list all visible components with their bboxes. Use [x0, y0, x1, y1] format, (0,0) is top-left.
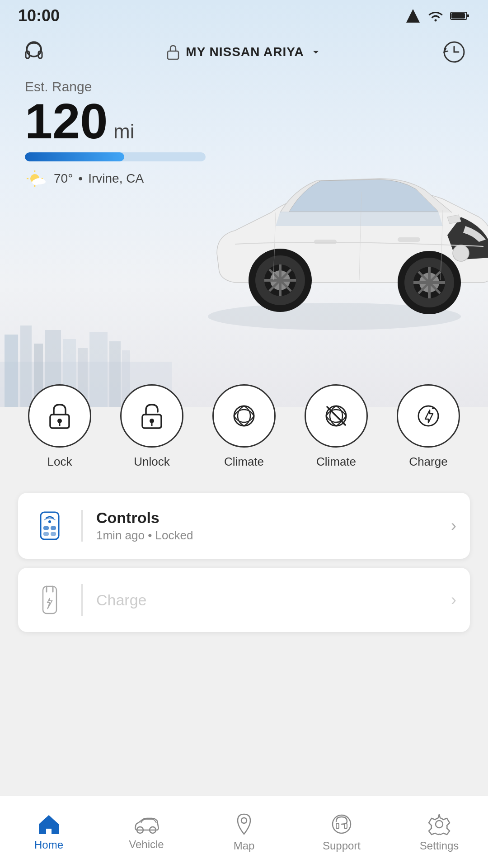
- nav-settings-label: Settings: [420, 840, 459, 852]
- svg-rect-15: [451, 13, 465, 19]
- nav-home-label: Home: [34, 839, 63, 851]
- lock-circle[interactable]: [28, 384, 91, 448]
- svg-point-53: [150, 419, 154, 423]
- weather-location: Irvine, CA: [88, 171, 144, 186]
- range-bar-fill: [25, 152, 124, 161]
- unlock-label: Unlock: [134, 455, 169, 469]
- vehicle-name-text: MY NISSAN ARIYA: [186, 45, 304, 59]
- battery-icon: [450, 9, 470, 22]
- lock-button[interactable]: Lock: [28, 384, 91, 469]
- svg-rect-63: [43, 532, 49, 536]
- nav-map[interactable]: Map: [195, 812, 293, 852]
- quick-actions: Lock Unlock Climate: [0, 366, 488, 487]
- weather-separator: •: [78, 171, 83, 186]
- bottom-nav: Home Vehicle Map Support Setting: [0, 796, 488, 868]
- header: MY NISSAN ARIYA: [0, 32, 488, 72]
- range-section: Est. Range 120 mi 70° • Irvine, CA: [25, 79, 206, 188]
- lock-label: Lock: [47, 455, 72, 469]
- charge-card-icon: [32, 585, 68, 614]
- climate-on-button[interactable]: Climate: [212, 384, 276, 469]
- svg-marker-11: [406, 9, 420, 23]
- nav-settings[interactable]: Settings: [390, 812, 488, 852]
- car-image: [190, 81, 488, 335]
- nav-support[interactable]: Support: [293, 812, 390, 852]
- controls-card-chevron[interactable]: ›: [451, 516, 456, 535]
- svg-rect-61: [43, 526, 49, 530]
- climate-on-label: Climate: [224, 455, 264, 469]
- wifi-icon: [427, 8, 445, 24]
- charge-circle[interactable]: [397, 384, 460, 448]
- history-button[interactable]: [438, 36, 470, 68]
- svg-point-70: [241, 818, 247, 823]
- charge-card-title: Charge: [96, 591, 437, 609]
- climate-on-circle[interactable]: [212, 384, 276, 448]
- charge-action-label: Charge: [409, 455, 447, 469]
- cards-section: Controls 1min ago • Locked › Charge ›: [0, 493, 488, 632]
- svg-point-28: [38, 179, 46, 184]
- svg-rect-48: [398, 237, 420, 242]
- svg-point-74: [436, 821, 443, 828]
- controls-card[interactable]: Controls 1min ago • Locked ›: [18, 493, 470, 559]
- est-range-label: Est. Range: [25, 79, 206, 94]
- nav-support-label: Support: [323, 840, 361, 852]
- unlock-circle[interactable]: [120, 384, 183, 448]
- svg-point-30: [453, 245, 469, 261]
- range-unit: mi: [113, 120, 134, 142]
- weather-icon: [25, 170, 48, 188]
- svg-point-12: [435, 19, 437, 22]
- controls-card-title: Controls: [96, 509, 437, 527]
- climate-off-circle[interactable]: [305, 384, 368, 448]
- charge-action-button[interactable]: Charge: [397, 384, 460, 469]
- nav-vehicle-label: Vehicle: [129, 838, 164, 851]
- climate-off-button[interactable]: Climate: [305, 384, 368, 469]
- svg-point-50: [57, 419, 62, 423]
- charge-card[interactable]: Charge ›: [18, 568, 470, 632]
- svg-point-60: [48, 520, 51, 523]
- svg-rect-19: [168, 51, 178, 59]
- range-bar: [25, 152, 206, 161]
- nav-home[interactable]: Home: [0, 813, 98, 851]
- svg-rect-47: [314, 240, 337, 244]
- charge-card-chevron[interactable]: ›: [451, 590, 456, 609]
- status-icons: [405, 8, 470, 24]
- charge-card-content: Charge: [96, 591, 437, 609]
- range-value: 120: [25, 96, 108, 146]
- support-icon-header[interactable]: [18, 36, 50, 68]
- controls-icon: [32, 510, 68, 542]
- svg-point-55: [234, 406, 254, 426]
- svg-rect-72: [336, 823, 339, 829]
- weather-temp: 70°: [54, 171, 73, 186]
- charge-card-divider: [81, 584, 83, 616]
- unlock-button[interactable]: Unlock: [120, 384, 183, 469]
- controls-card-divider: [81, 510, 83, 542]
- svg-rect-64: [51, 532, 56, 536]
- controls-card-subtitle: 1min ago • Locked: [96, 528, 437, 542]
- svg-rect-62: [51, 526, 56, 530]
- weather-info: 70° • Irvine, CA: [25, 170, 206, 188]
- signal-icon: [405, 8, 421, 24]
- vehicle-selector[interactable]: MY NISSAN ARIYA: [166, 44, 322, 60]
- climate-off-label: Climate: [316, 455, 356, 469]
- controls-card-content: Controls 1min ago • Locked: [96, 509, 437, 542]
- nav-map-label: Map: [234, 840, 255, 852]
- nav-vehicle[interactable]: Vehicle: [98, 814, 195, 851]
- svg-rect-14: [467, 14, 469, 17]
- status-bar: 10:00: [0, 0, 488, 32]
- status-time: 10:00: [18, 6, 60, 25]
